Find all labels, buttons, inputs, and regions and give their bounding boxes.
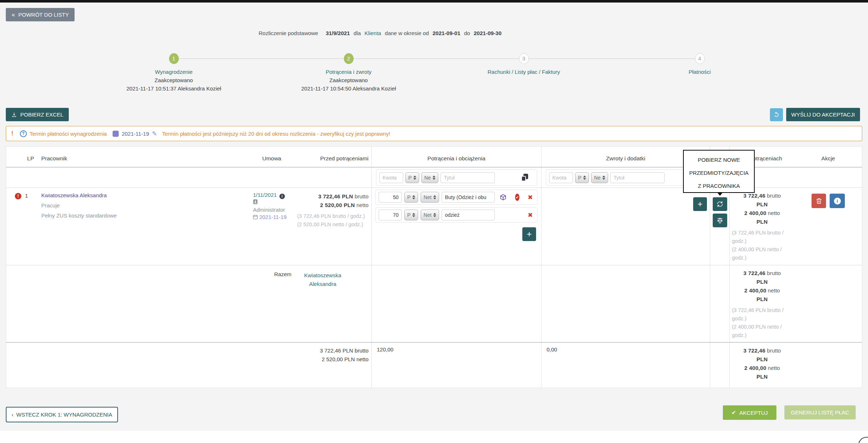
header-lp: LP	[6, 147, 37, 167]
step-4-title: Płatności	[624, 68, 776, 76]
payment-deadline-warning: ! ? Termin płatności wynagrodzenia 2021-…	[6, 126, 862, 141]
balance-button[interactable]	[713, 214, 727, 227]
add-return-button[interactable]: +	[693, 197, 707, 211]
add-deduction-button[interactable]: +	[522, 227, 536, 241]
deduction-amount-input[interactable]	[379, 192, 402, 203]
copy-icon[interactable]	[521, 174, 528, 181]
totals-returns-cell: 0,00	[542, 343, 710, 388]
contract-owner: Administrator	[253, 206, 290, 214]
back-step-button[interactable]: ‹ WSTECZ KROK 1: WYNAGRODZENIA	[6, 407, 118, 422]
settlement-page: « POWRÓT DO LISTY Rozliczenie podstawowe…	[0, 0, 868, 443]
edit-pencil-icon[interactable]: ✎	[152, 130, 157, 138]
contract-date-link[interactable]: 1/11/2021	[253, 192, 277, 198]
deduction-net-select[interactable]: Net	[421, 210, 439, 220]
history-button[interactable]	[770, 108, 783, 121]
send-to-acceptance-button[interactable]: WYŚLIJ DO AKCEPTACJI	[786, 108, 860, 121]
bottom-white-strip	[0, 431, 868, 443]
back-to-list-label: POWRÓT DO LISTY	[18, 12, 69, 18]
returns-net-select[interactable]: Ne	[591, 172, 608, 183]
employee-status: Pracuje	[41, 202, 252, 208]
returns-amount-filter-input[interactable]	[549, 172, 573, 183]
warning-label: Termin płatności wynagrodzenia	[30, 131, 107, 137]
top-black-bar	[0, 0, 868, 3]
before-net-label: netto	[357, 202, 368, 208]
step-potracenia[interactable]: 2 Potrącenia i zwroty Zaakceptowano 2021…	[273, 53, 425, 93]
header-contract: Umowa	[252, 147, 292, 167]
verified-check-icon[interactable]: ✔	[515, 194, 519, 201]
send-to-acceptance-label: WYŚLIJ DO AKCEPTACJI	[791, 111, 855, 118]
settlement-date: 31/9/2021	[326, 30, 350, 36]
step-rachunki[interactable]: 3 Rachunki / Listy płac / Faktury	[448, 53, 600, 76]
period-to: 2021-09-30	[474, 30, 502, 36]
select-caret-icon	[433, 176, 435, 180]
question-circle-icon[interactable]: ?	[20, 130, 27, 137]
date-color-swatch	[113, 131, 119, 137]
select-caret-icon	[433, 195, 436, 199]
deductions-title-filter-input[interactable]	[441, 172, 495, 183]
delete-row-button[interactable]	[812, 194, 826, 208]
returns-title-filter-input[interactable]	[610, 172, 665, 183]
select-caret-icon	[602, 176, 605, 180]
deduction-type-select[interactable]: P	[404, 210, 418, 220]
deductions-amount-filter-input[interactable]	[379, 172, 403, 183]
after-gross-value: 3 722,46	[743, 347, 766, 354]
employee-cell: Kwiatoszewska Aleksandra Pracuje Pełny Z…	[37, 188, 252, 265]
header-before-deductions: Przed potrąceniami	[292, 147, 372, 167]
accept-button[interactable]: ✔ AKCEPTUJ	[723, 405, 776, 420]
totals-before-net-label: netto	[357, 356, 368, 362]
before-deductions-cell: 3 722,46 PLN brutto 2 520,00 PLN netto (…	[292, 188, 372, 265]
error-icon[interactable]: !	[15, 193, 21, 199]
deduction-entry: P Net ✖	[375, 207, 538, 223]
after-currency: PLN	[757, 374, 768, 380]
after-gross-value: 3 722,46	[743, 270, 766, 276]
payment-deadline-date[interactable]: 2021-11-19	[122, 131, 149, 137]
deduction-type-select[interactable]: P	[404, 192, 418, 203]
step-wynagrodzenie[interactable]: 1 Wynagrodzenie Zaakceptowano 2021-11-17…	[98, 53, 250, 93]
after-currency: PLN	[757, 279, 768, 285]
item-cube-icon[interactable]	[500, 194, 507, 201]
totals-after-cell: 3 722,46 brutto PLN 2 400,00 netto PLN	[730, 343, 794, 388]
after-hourly-gross: (3 722,46 PLN brutto / godz.)	[732, 306, 793, 323]
id-badge-icon	[253, 199, 290, 206]
row-info-button[interactable]: i	[830, 194, 845, 208]
back-to-list-button[interactable]: « POWRÓT DO LISTY	[6, 8, 75, 21]
deductions-type-select[interactable]: P	[405, 172, 419, 183]
before-net-value: 2 520,00 PLN	[320, 202, 355, 208]
step-4-circle: 4	[695, 53, 705, 64]
fetch-items-refresh-button[interactable]	[713, 197, 727, 211]
chevron-left-icon: ‹	[12, 412, 13, 418]
deductions-net-select[interactable]: Ne	[421, 172, 438, 183]
header-employee: Pracownik	[37, 147, 252, 167]
step-platnosci[interactable]: 4 Płatności	[624, 53, 776, 76]
deduction-amount-input[interactable]	[379, 210, 402, 220]
employee-name-link[interactable]: Kwiatoszewska Aleksandra	[41, 192, 252, 198]
deduction-title-input[interactable]	[442, 192, 495, 203]
deduction-net-select[interactable]: Net	[421, 192, 439, 203]
step-3-title: Rachunki / Listy płac / Faktury	[448, 68, 600, 76]
contract-cell: 1/11/2021 i Administrator 2021-11-19	[252, 188, 292, 265]
deduction-title-input[interactable]	[442, 210, 495, 220]
generate-payroll-button[interactable]: GENERUJ LISTĘ PŁAC	[784, 405, 856, 419]
summary-employee-name-link[interactable]: Kwiatoszewska Aleksandra	[292, 265, 372, 342]
after-hourly-net: (2 400,00 PLN netto / godz.)	[732, 245, 793, 262]
after-currency: PLN	[757, 219, 768, 225]
remove-deduction-icon[interactable]: ✖	[528, 211, 533, 219]
row-number: 1	[25, 193, 28, 199]
after-net-value: 2 400,00	[744, 287, 766, 294]
step-2-title: Potrącenia i zwroty	[273, 68, 425, 76]
info-icon: i	[834, 198, 841, 204]
settlement-type: Rozliczenie podstawowe	[258, 30, 318, 36]
returns-type-select[interactable]: P	[575, 172, 589, 183]
select-caret-icon	[583, 176, 586, 180]
select-caret-icon	[412, 195, 415, 199]
remove-deduction-icon[interactable]: ✖	[528, 194, 533, 201]
tooltip-caret	[717, 192, 723, 196]
after-gross-label: brutto	[767, 347, 781, 354]
step-1-meta: 2021-11-17 10:51:37 Aleksandra Kozieł	[98, 84, 250, 93]
payment-date-link[interactable]: 2021-11-19	[259, 214, 287, 220]
returns-filter-box: P Ne	[546, 169, 706, 186]
warning-message: Termin płatności jest późniejszy niż 20 …	[162, 131, 390, 137]
download-excel-button[interactable]: POBIERZ EXCEL	[6, 108, 69, 121]
info-circle-icon[interactable]: i	[279, 194, 285, 199]
summary-label: Razem	[252, 265, 292, 342]
